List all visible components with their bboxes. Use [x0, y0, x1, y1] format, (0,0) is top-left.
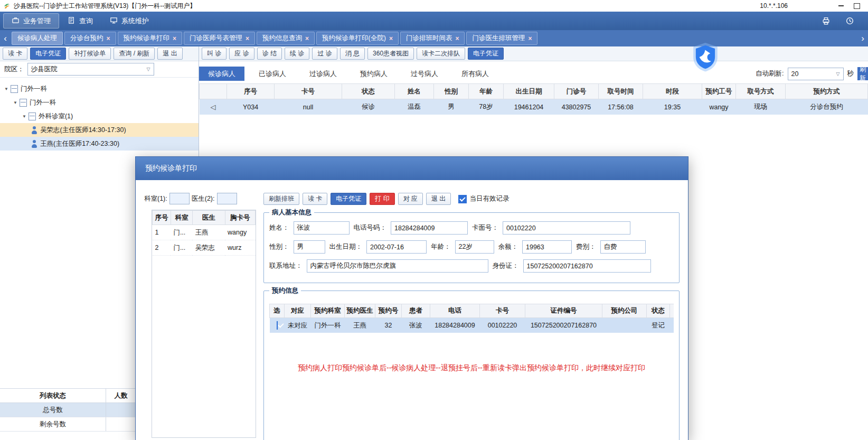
column-header[interactable]: 预约科室 [311, 304, 345, 318]
field-value-input[interactable]: 22岁 [455, 240, 494, 254]
field-value-input[interactable]: 内蒙古呼伦贝尔市陈巴尔虎旗 [307, 259, 488, 273]
appointment-row[interactable]: 未对应门外一科王燕32张波182842840090010222015072520… [270, 318, 674, 333]
tree-doctor-node[interactable]: 吴荣志(主任医师14:30-17:30) [0, 123, 199, 137]
speaker-icon[interactable]: ◁ [211, 103, 216, 111]
main-toolbar-button[interactable]: 续 诊 [285, 48, 309, 60]
column-header[interactable]: 患者 [402, 304, 430, 318]
column-header[interactable]: 对应 [285, 304, 311, 318]
column-header[interactable]: 取号方式 [736, 84, 786, 99]
column-header[interactable]: 医生 [192, 211, 225, 225]
scroll-left-icon[interactable]: ‹ [1, 32, 10, 45]
field-value-input[interactable]: 18284284009 [391, 221, 468, 235]
menu-item-business[interactable]: 业务管理 [3, 13, 59, 29]
column-header[interactable]: 状态 [647, 304, 670, 318]
patient-filter-tab[interactable]: 过号病人 [402, 67, 447, 81]
patient-filter-tab[interactable]: 所有病人 [452, 67, 498, 81]
patient-filter-tab[interactable]: 过诊病人 [300, 67, 346, 81]
tree-department-node[interactable]: ▼外科诊室(1) [0, 109, 199, 123]
workspace-tab[interactable]: 门诊医生排班管理× [466, 32, 537, 45]
column-header[interactable]: 年龄 [469, 84, 504, 99]
expander-icon[interactable]: ▼ [4, 87, 8, 91]
field-value-input[interactable]: 2002-07-16 [366, 240, 427, 254]
expander-icon[interactable]: ▼ [22, 114, 26, 119]
menu-item-maintenance[interactable]: 系统维护 [101, 13, 157, 29]
column-header[interactable]: 卡号 [275, 84, 342, 99]
main-toolbar-button[interactable]: 读卡二次排队 [417, 48, 465, 60]
column-header[interactable]: 胸卡号 [225, 211, 255, 225]
dialog-button[interactable]: 对 应 [398, 193, 423, 205]
dialog-button[interactable]: 刷新排班 [263, 193, 299, 205]
schedule-row[interactable]: 2门...吴荣志wurz [153, 240, 256, 256]
main-toolbar-button[interactable]: 诊 结 [257, 48, 282, 60]
left-toolbar-button[interactable]: 补打候诊单 [69, 48, 111, 60]
maximize-button[interactable] [849, 1, 865, 11]
patient-filter-tab[interactable]: 已诊病人 [250, 67, 295, 81]
campus-select[interactable]: 沙县医院 ▽ [27, 63, 154, 76]
tab-close-icon[interactable]: × [107, 35, 110, 42]
workspace-tab[interactable]: 门诊医师号表管理× [184, 32, 255, 45]
main-toolbar-button[interactable]: 应 诊 [229, 48, 254, 60]
floating-shield-logo[interactable] [692, 42, 719, 72]
field-value-input[interactable]: 19963 [522, 240, 572, 254]
column-header[interactable]: 预约号 [375, 304, 402, 318]
field-value-input[interactable]: 00102220 [503, 221, 630, 235]
field-value-input[interactable]: 自费 [600, 240, 646, 254]
clipped-refresh-button[interactable]: 刷新 [857, 67, 868, 80]
valid-record-checkbox[interactable]: 当日有效记录 [458, 194, 509, 203]
dialog-button[interactable]: 打 印 [370, 193, 394, 205]
main-toolbar-button[interactable]: 电子凭证 [468, 48, 504, 60]
tab-close-icon[interactable]: × [173, 35, 176, 42]
tree-doctor-node[interactable]: 王燕(主任医师17:40-23:30) [0, 137, 199, 151]
field-value-input[interactable]: 150725200207162870 [523, 259, 651, 273]
main-toolbar-button[interactable]: 过 诊 [312, 48, 337, 60]
workspace-tab[interactable]: 预约候诊单打印(全院)× [316, 32, 399, 45]
dialog-button[interactable]: 退 出 [426, 193, 451, 205]
column-header[interactable]: 预约公司 [602, 304, 647, 318]
left-toolbar-button[interactable]: 查询 / 刷新 [114, 48, 155, 60]
column-header[interactable]: 证件编号 [525, 304, 602, 318]
dialog-title-bar[interactable]: 预约候诊单打印 [136, 157, 688, 180]
column-header[interactable]: 姓名 [395, 84, 434, 99]
column-header[interactable] [200, 84, 227, 99]
auto-refresh-select[interactable]: 20 ▽ [788, 68, 844, 80]
patient-filter-tab[interactable]: 预约病人 [351, 67, 397, 81]
tree-department-node[interactable]: ▼门外一科 [0, 96, 199, 109]
left-toolbar-button[interactable]: 退 出 [157, 48, 182, 60]
field-value-input[interactable]: 张波 [294, 221, 350, 235]
expander-icon[interactable]: ▼ [13, 100, 17, 105]
column-header[interactable]: 电话 [430, 304, 480, 318]
column-header[interactable]: 预约工号 [702, 84, 736, 99]
dialog-button[interactable]: 读 卡 [303, 193, 327, 205]
tab-close-icon[interactable]: × [246, 35, 249, 42]
row-checkbox-icon[interactable] [277, 321, 278, 330]
column-header[interactable]: 预约方式 [786, 84, 868, 99]
column-header[interactable]: 科室 [171, 211, 192, 225]
field-value-input[interactable]: 男 [294, 240, 325, 254]
tab-close-icon[interactable]: × [305, 35, 309, 42]
column-header[interactable]: 卡号 [480, 304, 525, 318]
column-header[interactable]: 序号 [227, 84, 275, 99]
tab-close-icon[interactable]: × [389, 35, 393, 42]
schedule-row[interactable]: 1门...王燕wangy [153, 225, 256, 240]
minimize-button[interactable] [833, 1, 849, 11]
patient-filter-tab[interactable]: 候诊病人 [199, 67, 244, 81]
main-toolbar-button[interactable]: 叫 诊 [202, 48, 227, 60]
column-header[interactable]: 性别 [434, 84, 469, 99]
dept-filter-input[interactable] [169, 193, 190, 204]
patient-row[interactable]: ◁Y034null候诊温磊男78岁194612044380297517:56:0… [200, 99, 868, 115]
left-toolbar-button[interactable]: 电子凭证 [30, 48, 66, 60]
column-header[interactable]: 出生日期 [504, 84, 554, 99]
scroll-right-icon[interactable]: › [858, 32, 867, 45]
workspace-tab[interactable]: 门诊排班时间表× [400, 32, 465, 45]
column-header[interactable]: 预约医生 [345, 304, 375, 318]
tree-department-node[interactable]: ▼门外一科 [0, 82, 199, 96]
column-header[interactable]: 挂号 [670, 304, 674, 318]
checkbox-icon[interactable] [458, 195, 467, 203]
tab-close-icon[interactable]: × [455, 35, 459, 42]
column-header[interactable]: 时段 [643, 84, 702, 99]
column-header[interactable]: 门诊号 [554, 84, 599, 99]
dialog-button[interactable]: 电子凭证 [331, 193, 366, 205]
workspace-tab[interactable]: 分诊台预约× [64, 32, 116, 45]
printer-icon[interactable] [822, 16, 831, 25]
column-header[interactable]: 状态 [342, 84, 395, 99]
